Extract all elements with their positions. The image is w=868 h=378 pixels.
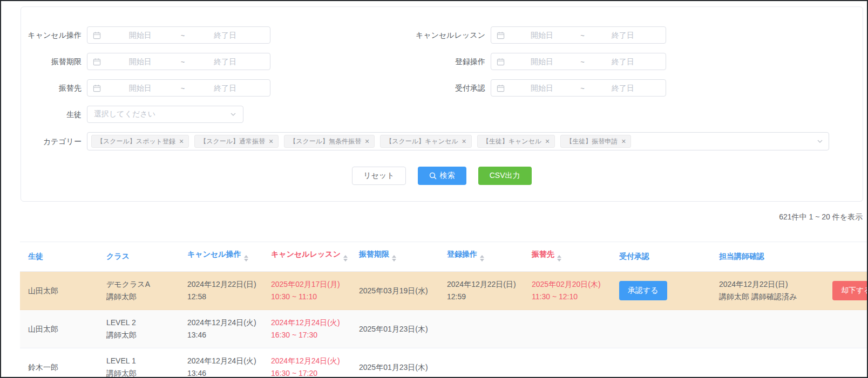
csv-export-button[interactable]: CSV出力 (478, 167, 532, 185)
filter-category: カテゴリー 【スクール】スポット登録 × 【スクール】通常振替 × 【スクール】… (21, 132, 863, 150)
filter-label: 受付承認 (270, 79, 485, 97)
end-date-input[interactable] (586, 57, 660, 66)
calendar-icon (93, 84, 101, 92)
end-date-input[interactable] (586, 31, 660, 39)
reject-button[interactable]: 却下する (832, 281, 868, 300)
start-date-input[interactable] (505, 57, 579, 66)
table-row: 鈴木一郎 LEVEL 1 講師太郎 2024年12月24日(火) 13:46 2… (20, 348, 868, 378)
chevron-down-icon (230, 111, 236, 118)
start-date-input[interactable] (101, 57, 180, 66)
filter-row-2: 振替期限 ~ 登録操作 ~ (21, 53, 863, 70)
cell-student: 山田太郎 (20, 272, 98, 310)
filter-row-3: 振替先 ~ 受付承認 ~ (21, 79, 863, 97)
col-header-transfer-to[interactable]: 振替先 (524, 242, 611, 272)
cancel-lesson-date: 2024年12月24日(火) (271, 355, 349, 367)
col-header-label: 受付承認 (619, 252, 649, 260)
end-date-input[interactable] (186, 57, 265, 66)
close-icon[interactable]: × (462, 138, 466, 145)
col-header-register-operation[interactable]: 登録操作 (439, 242, 524, 272)
sort-icon[interactable] (557, 253, 561, 264)
sort-icon[interactable] (244, 253, 248, 264)
sort-icon[interactable] (480, 253, 484, 264)
col-header-label: キャンセルレッスン (271, 250, 341, 258)
col-header-transfer-deadline[interactable]: 振替期限 (351, 242, 439, 272)
cell-register-operation: 2024年12月22日(日) 12:59 (439, 272, 524, 310)
col-header-label: クラス (106, 252, 130, 260)
category-multiselect[interactable]: 【スクール】スポット登録 × 【スクール】通常振替 × 【スクール】無条件振替 … (87, 132, 829, 150)
close-icon[interactable]: × (269, 138, 273, 145)
cell-transfer-to: 2025年02月20日(木) 11:30 ~ 12:10 (524, 272, 611, 310)
end-date-input[interactable] (186, 31, 265, 39)
cancel-op-time: 12:58 (187, 291, 261, 303)
end-date-input[interactable] (586, 84, 660, 92)
date-range-separator: ~ (180, 58, 186, 66)
date-range-input[interactable]: ~ (491, 53, 666, 70)
date-range-input[interactable]: ~ (491, 79, 666, 97)
tag-label: 【生徒】振替申請 (566, 137, 618, 146)
cell-empty (711, 310, 811, 348)
date-range-separator: ~ (180, 31, 186, 39)
cell-empty (811, 310, 868, 348)
filter-cancel-operation: キャンセル操作 ~ (21, 26, 270, 44)
student-select[interactable]: 選択してください (87, 106, 243, 123)
deadline-date: 2025年01月23日(木) (359, 323, 437, 335)
reset-button[interactable]: リセット (352, 167, 405, 185)
close-icon[interactable]: × (179, 138, 184, 145)
filter-label: カテゴリー (21, 133, 82, 150)
teacher-name: 講師太郎 (106, 291, 177, 303)
close-icon[interactable]: × (365, 138, 369, 145)
col-header-cancel-operation[interactable]: キャンセル操作 (179, 242, 263, 272)
col-header-reception-approval: 受付承認 (611, 242, 711, 272)
sort-icon[interactable] (343, 253, 348, 264)
sort-icon[interactable] (392, 253, 396, 264)
close-icon[interactable]: × (621, 138, 626, 145)
filter-label: 登録操作 (270, 53, 485, 70)
tag-label: 【スクール】スポット登録 (97, 137, 175, 146)
deadline-date: 2025年01月23日(木) (359, 361, 437, 374)
filter-row-4: 生徒 選択してください (21, 106, 863, 123)
col-header-label: 登録操作 (447, 250, 477, 258)
start-date-input[interactable] (505, 31, 579, 39)
cell-cancel-lesson: 2024年12月24日(火) 16:30 ~ 17:30 (263, 310, 351, 348)
cell-cancel-lesson: 2024年12月24日(火) 16:30 ~ 17:20 (263, 348, 351, 378)
start-date-input[interactable] (101, 84, 180, 92)
approve-button[interactable]: 承認する (619, 281, 667, 300)
cell-transfer-deadline: 2025年01月23日(木) (351, 310, 439, 348)
transfer-date: 2025年02月20日(木) (532, 278, 609, 291)
table-row: 山田太郎 デモクラスA 講師太郎 2024年12月22日(日) 12:58 20… (20, 272, 868, 310)
date-range-input[interactable]: ~ (491, 26, 666, 44)
cell-reception-approval: 承認する (611, 272, 711, 310)
tag-label: 【スクール】通常振替 (200, 137, 265, 146)
results-table: 生徒 クラス キャンセル操作 キャンセルレッスン 振替期限 登録操作 振替先 受… (20, 242, 868, 378)
start-date-input[interactable] (505, 84, 579, 92)
cancel-op-date: 2024年12月24日(火) (187, 355, 261, 367)
confirm-date: 2024年12月22日(日) (719, 278, 809, 291)
col-header-teacher-confirm: 担当講師確認 (711, 242, 811, 272)
search-button[interactable]: 検索 (418, 167, 466, 185)
app-window: キャンセル操作 ~ キャンセルレッスン ~ (0, 0, 868, 378)
filter-register-operation: 登録操作 ~ (270, 53, 666, 70)
cell-empty (611, 310, 711, 348)
filter-label: キャンセルレッスン (270, 26, 485, 44)
result-count-text: 621件中 1 ~ 20 件を表示 (1, 212, 867, 222)
calendar-icon (93, 31, 101, 39)
class-name: LEVEL 1 (106, 355, 177, 367)
col-header-label: 生徒 (28, 252, 43, 260)
student-name: 山田太郎 (28, 323, 96, 335)
date-range-input[interactable]: ~ (87, 26, 270, 44)
date-range-input[interactable]: ~ (87, 53, 270, 70)
cell-cancel-operation: 2024年12月22日(日) 12:58 (179, 272, 263, 310)
cancel-op-date: 2024年12月24日(火) (187, 317, 261, 329)
start-date-input[interactable] (101, 31, 180, 39)
col-header-cancel-lesson[interactable]: キャンセルレッスン (263, 242, 351, 272)
close-icon[interactable]: × (545, 138, 550, 145)
cancel-lesson-time: 10:30 ~ 11:10 (271, 291, 349, 303)
filter-actions: リセット 検索 CSV出力 (21, 167, 863, 185)
teacher-name: 講師太郎 (106, 367, 177, 378)
table-header-row: 生徒 クラス キャンセル操作 キャンセルレッスン 振替期限 登録操作 振替先 受… (20, 242, 868, 272)
col-header-label: 振替先 (532, 250, 554, 258)
end-date-input[interactable] (186, 84, 265, 92)
date-range-separator: ~ (579, 31, 586, 39)
date-range-input[interactable]: ~ (87, 79, 270, 97)
filter-label: 振替先 (21, 79, 82, 97)
